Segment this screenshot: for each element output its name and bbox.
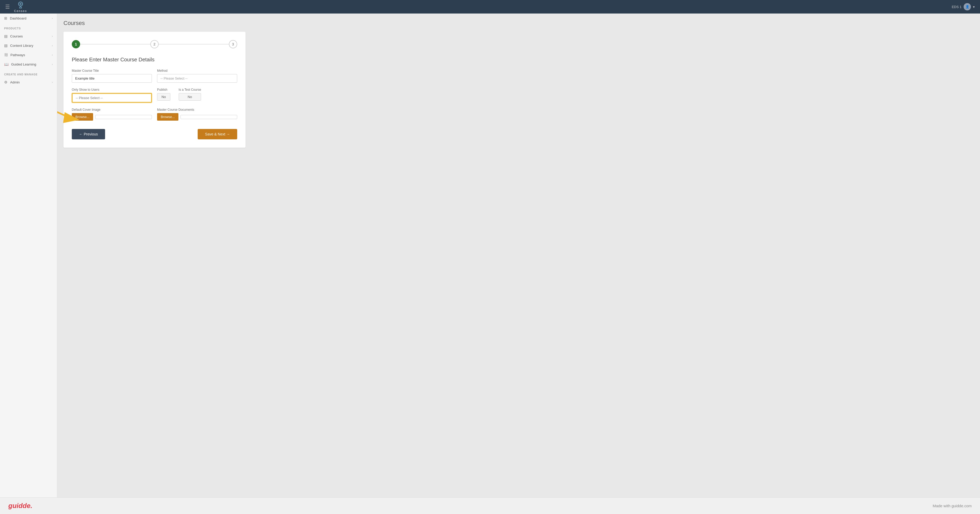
footer-tagline: Made with guidde.com [933, 504, 972, 508]
guidde-logo: guidde. [8, 502, 32, 510]
only-show-users-group: Only Show to Users [72, 88, 152, 103]
is-test-course-toggle[interactable]: No [179, 93, 201, 101]
step-line-1 [80, 44, 150, 44]
logo: Censeo [14, 1, 27, 13]
user-menu[interactable]: EDS 1 👤 ▾ [951, 3, 975, 10]
method-select[interactable]: -- Please Select -- [157, 74, 237, 82]
footer: guidde. Made with guidde.com [0, 497, 980, 514]
chevron-right-icon: › [52, 44, 53, 47]
publish-label: Publish [157, 88, 170, 92]
hamburger-menu-icon[interactable]: ☰ [5, 4, 10, 10]
sidebar-label-courses: Courses [10, 34, 22, 38]
save-next-button[interactable]: Save & Next → [198, 129, 237, 140]
step-1: 1 [72, 40, 80, 48]
sidebar-item-courses[interactable]: ▤ Courses › [0, 32, 57, 41]
sidebar-label-pathways: Pathways [10, 53, 25, 57]
logo-text: Censeo [14, 10, 27, 13]
sidebar-label-admin: Admin [10, 80, 20, 84]
censeo-logo-icon [16, 1, 25, 10]
cover-image-group: Default Cover Image Browse... [72, 108, 152, 121]
chevron-right-icon: › [52, 35, 53, 38]
publish-test-group: Publish No Is a Test Course No [157, 88, 237, 103]
page-title: Courses [64, 20, 974, 27]
chevron-right-icon: › [52, 81, 53, 84]
svg-line-3 [21, 6, 22, 8]
cover-image-browse-button[interactable]: Browse... [72, 113, 93, 121]
is-test-course-label: Is a Test Course [179, 88, 201, 92]
chevron-right-icon: › [52, 53, 53, 56]
avatar: 👤 [964, 3, 971, 10]
master-course-title-input[interactable] [72, 74, 152, 82]
step-2: 2 [150, 40, 159, 48]
guided-learning-icon: 📖 [4, 62, 9, 66]
dashboard-icon: ⊞ [4, 16, 7, 20]
course-documents-path [180, 115, 237, 119]
content-library-icon: ▤ [4, 43, 8, 48]
steps-indicator: 1 2 3 [72, 40, 237, 48]
sidebar-section-products: PRODUCTS [0, 23, 57, 32]
method-group: Method -- Please Select -- [157, 69, 237, 82]
form-heading: Please Enter Master Course Details [72, 57, 237, 63]
sidebar-item-admin[interactable]: ⚙ Admin › [0, 78, 57, 87]
main-content: Courses 1 2 3 Please Enter Master Course… [57, 14, 980, 497]
master-course-title-group: Master Course Title [72, 69, 152, 82]
sidebar-section-create: CREATE AND MANAGE [0, 69, 57, 78]
sidebar-item-dashboard[interactable]: ⊞ Dashboard › [0, 14, 57, 23]
course-documents-group: Master Course Documents Browse... [157, 108, 237, 121]
sidebar-item-content-library[interactable]: ▤ Content Library › [0, 41, 57, 50]
user-dropdown-icon[interactable]: ▾ [973, 5, 975, 9]
svg-line-2 [19, 6, 21, 8]
svg-point-1 [19, 3, 22, 5]
course-documents-label: Master Course Documents [157, 108, 237, 111]
step-line-2 [159, 44, 229, 44]
previous-button[interactable]: ← Previous [72, 129, 105, 140]
method-label: Method [157, 69, 237, 73]
sidebar-item-guided-learning[interactable]: 📖 Guided Learning › [0, 60, 57, 69]
pathways-icon: ⛓ [4, 53, 8, 57]
sidebar-label-content-library: Content Library [10, 44, 33, 48]
chevron-right-icon: › [52, 63, 53, 66]
user-label: EDS 1 [951, 5, 961, 9]
step-3: 3 [229, 40, 237, 48]
cover-image-label: Default Cover Image [72, 108, 152, 111]
publish-toggle[interactable]: No [157, 93, 170, 101]
sidebar-label-guided-learning: Guided Learning [11, 62, 36, 66]
top-navigation: ☰ Censeo EDS 1 👤 ▾ [0, 0, 980, 14]
cover-image-path [95, 115, 152, 119]
sidebar-item-pathways[interactable]: ⛓ Pathways › [0, 50, 57, 60]
course-documents-browse-button[interactable]: Browse... [157, 113, 178, 121]
only-show-users-input[interactable] [72, 93, 152, 103]
chevron-right-icon: › [52, 17, 53, 20]
only-show-users-label: Only Show to Users [72, 88, 152, 92]
sidebar: ⊞ Dashboard › PRODUCTS ▤ Courses › ▤ Con… [0, 14, 57, 497]
admin-icon: ⚙ [4, 80, 8, 84]
form-card: 1 2 3 Please Enter Master Course Details… [64, 32, 245, 148]
master-course-title-label: Master Course Title [72, 69, 152, 73]
sidebar-label-dashboard: Dashboard [10, 16, 27, 20]
courses-icon: ▤ [4, 34, 8, 38]
action-bar: ← Previous Save & Next → [72, 129, 237, 140]
